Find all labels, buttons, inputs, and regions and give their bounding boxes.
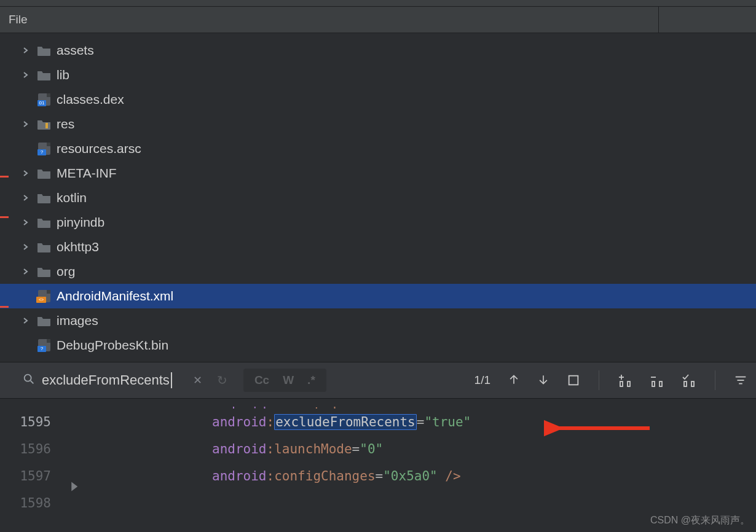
line-number: 1596 xyxy=(0,436,65,463)
find-toolbar: excludeFromRecents ✕ ↻ Cc W .* 1/1 xyxy=(0,362,756,399)
expand-chevron-icon[interactable] xyxy=(22,47,36,54)
tree-item-label: resources.arsc xyxy=(57,141,141,156)
tree-item-images[interactable]: images xyxy=(0,308,756,333)
regex-toggle[interactable]: .* xyxy=(307,374,315,387)
window-top-strip xyxy=(0,0,756,7)
expand-chevron-icon[interactable] xyxy=(22,268,36,275)
folder-icon xyxy=(36,166,53,181)
filter-button[interactable] xyxy=(734,374,747,387)
toolbar-divider xyxy=(715,370,715,390)
tree-item-debugprobeskt-bin[interactable]: ?DebugProbesKt.bin xyxy=(0,333,756,358)
annotation-arrow-icon xyxy=(544,419,655,437)
code-line: android:exported xyxy=(89,399,756,409)
expand-chevron-icon[interactable] xyxy=(22,317,36,324)
line-number: 1598 xyxy=(0,490,65,517)
svg-line-2 xyxy=(31,380,34,383)
match-case-toggle[interactable]: Cc xyxy=(254,374,269,387)
editor-code-area[interactable]: android:exportedandroid:excludeFromRecen… xyxy=(89,399,756,532)
tree-item-label: DebugProbesKt.bin xyxy=(57,338,168,353)
tree-item-label: assets xyxy=(57,43,94,58)
expand-chevron-icon[interactable] xyxy=(22,243,36,251)
svg-point-1 xyxy=(25,374,31,381)
expand-chevron-icon[interactable] xyxy=(22,71,36,79)
tree-header-row: File xyxy=(0,7,756,33)
svg-marker-18 xyxy=(72,483,77,490)
code-editor[interactable]: 1595159615971598 android:exportedandroid… xyxy=(0,399,756,532)
search-actions xyxy=(508,370,747,390)
search-icon xyxy=(22,372,36,389)
folder-icon xyxy=(36,190,53,205)
folder-icon xyxy=(36,313,53,328)
tree-item-res[interactable]: res xyxy=(0,112,756,136)
whole-word-toggle[interactable]: W xyxy=(283,374,294,387)
search-query-text: excludeFromRecents xyxy=(42,372,170,388)
toggle-selection-button[interactable] xyxy=(682,373,696,388)
code-line[interactable]: android:configChanges="0x5a0" /> xyxy=(89,463,756,490)
column-header-file[interactable]: File xyxy=(0,7,659,33)
tree-item-label: pinyindb xyxy=(57,215,104,230)
tree-item-lib[interactable]: lib xyxy=(0,63,756,87)
tree-item-label: classes.dex xyxy=(57,92,124,107)
line-number xyxy=(0,399,65,409)
search-match: excludeFromRecents xyxy=(274,414,417,430)
folder-icon xyxy=(36,117,53,131)
folder-icon xyxy=(36,68,53,82)
code-line[interactable]: android:excludeFromRecents="true" xyxy=(89,409,756,436)
folder-icon xyxy=(36,264,53,279)
svg-rect-14 xyxy=(691,381,694,386)
tree-item-classes-dex[interactable]: 01classes.dex xyxy=(0,87,756,112)
folder-icon xyxy=(36,215,53,230)
next-match-button[interactable] xyxy=(537,374,549,387)
tree-item-meta-inf[interactable]: META-INF xyxy=(0,161,756,186)
tree-item-label: META-INF xyxy=(57,166,117,181)
line-number: 1595 xyxy=(0,409,65,436)
tree-item-org[interactable]: org xyxy=(0,259,756,284)
tree-item-pinyindb[interactable]: pinyindb xyxy=(0,210,756,235)
file-tree[interactable]: assetslib01classes.dexres?resources.arsc… xyxy=(0,33,756,362)
search-history-button[interactable]: ↻ xyxy=(217,373,227,388)
tree-item-label: res xyxy=(57,117,74,131)
expand-chevron-icon[interactable] xyxy=(22,219,36,226)
tree-item-label: org xyxy=(57,264,75,279)
tree-item-kotlin[interactable]: kotlin xyxy=(0,186,756,210)
search-input[interactable]: excludeFromRecents xyxy=(42,369,175,391)
tree-item-androidmanifest-xml[interactable]: <>AndroidManifest.xml xyxy=(0,284,756,308)
svg-rect-9 xyxy=(628,381,630,386)
tree-item-resources-arsc[interactable]: ?resources.arsc xyxy=(0,136,756,161)
binary-file-icon: 01 xyxy=(36,92,53,107)
watermark-text: CSDN @夜来风雨声。 xyxy=(650,514,750,527)
select-all-button[interactable] xyxy=(567,374,580,387)
text-caret xyxy=(171,372,172,388)
svg-rect-12 xyxy=(660,381,662,386)
svg-rect-0 xyxy=(45,123,48,128)
column-header-blank[interactable] xyxy=(659,7,756,33)
tree-item-label: kotlin xyxy=(57,190,87,205)
expand-chevron-icon[interactable] xyxy=(22,120,36,128)
tree-item-label: images xyxy=(57,313,98,328)
line-number: 1597 xyxy=(0,463,65,490)
tree-item-assets[interactable]: assets xyxy=(0,38,756,63)
xml-file-icon: <> xyxy=(36,289,53,303)
editor-gutter: 1595159615971598 xyxy=(0,399,65,532)
folder-icon xyxy=(36,43,53,58)
prev-match-button[interactable] xyxy=(508,374,520,387)
svg-rect-5 xyxy=(569,376,578,385)
fold-column xyxy=(65,399,89,532)
tree-item-label: lib xyxy=(57,68,69,82)
tree-item-okhttp3[interactable]: okhttp3 xyxy=(0,235,756,259)
fold-handle-icon[interactable] xyxy=(69,480,79,495)
add-selection-button[interactable] xyxy=(618,373,632,388)
tree-item-label: AndroidManifest.xml xyxy=(57,289,173,303)
clear-search-button[interactable]: ✕ xyxy=(193,374,202,387)
binary-file-icon: ? xyxy=(36,338,53,353)
toolbar-divider xyxy=(599,370,599,390)
remove-selection-button[interactable] xyxy=(650,373,664,388)
svg-rect-8 xyxy=(620,381,623,386)
svg-rect-13 xyxy=(684,381,687,386)
tree-item-label: okhttp3 xyxy=(57,240,99,254)
code-line[interactable]: android:launchMode="0" xyxy=(89,436,756,463)
code-line[interactable] xyxy=(89,490,756,517)
expand-chevron-icon[interactable] xyxy=(22,194,36,201)
expand-chevron-icon[interactable] xyxy=(22,170,36,177)
folder-icon xyxy=(36,240,53,254)
